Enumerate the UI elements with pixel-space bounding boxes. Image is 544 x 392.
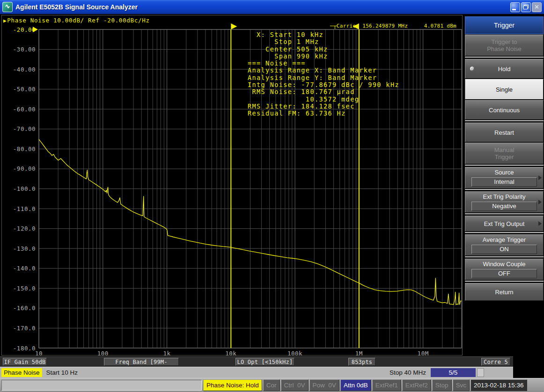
right-triangle-icon — [538, 175, 542, 180]
status-indicators: Phase Noise: HoldCorCtrl 0VPow 0VAttn 0d… — [203, 379, 528, 391]
x-axis-tick-label: 100 — [97, 350, 109, 356]
start-frequency-label: Start 10 Hz — [46, 369, 78, 376]
x-axis-tick-label: 10k — [225, 350, 236, 356]
y-axis-tick-label: -40.00 — [13, 66, 36, 73]
softkey-label: Manual — [494, 146, 515, 153]
setting-chip-lo-opt-150khz[interactable]: LO Opt [<150kHz] — [235, 358, 294, 366]
softkey-average-trigger[interactable]: Average TriggerON — [465, 234, 544, 256]
right-triangle-icon — [538, 200, 542, 204]
y-axis-tick-label: -150.0 — [13, 285, 36, 292]
page-indicator: 5/5 — [431, 368, 476, 377]
softkey-window-couple[interactable]: Window CoupleOFF — [465, 259, 544, 280]
y-axis-tick-label: -50.00 — [13, 86, 36, 93]
x-axis-tick-label: 1M — [355, 350, 363, 356]
band-marker-flag-icon — [353, 23, 359, 29]
softkey-ext-trig-polarity[interactable]: Ext Trig PolarityNegative — [465, 191, 544, 213]
setting-chip-freq-band-99m-1-5ghz[interactable]: Freq Band [99M-1.5GHz] — [104, 358, 179, 366]
y-axis-tick-label: -160.0 — [13, 305, 36, 312]
status-chip-pow-0v: Pow 0V — [309, 379, 339, 391]
page-spacer-box — [477, 368, 484, 377]
x-axis-tick-label: 10 — [35, 350, 43, 356]
y-axis-tick-label: -20.00 — [13, 26, 36, 33]
softkey-label: Average Trigger — [483, 236, 526, 243]
y-axis-tick-label: -30.00 — [13, 46, 36, 53]
softkey-label: Hold — [498, 65, 511, 73]
waveform-icon: ∿ — [5, 3, 10, 10]
softkey-label: Trigger to — [491, 38, 517, 45]
window-title: Agilent E5052B Signal Source Analyzer — [15, 3, 509, 11]
trace-status-bar: Phase Noise Start 10 Hz Stop 40 MHz 5/5 — [0, 367, 513, 378]
y-axis-tick-label: -130.0 — [13, 245, 36, 252]
softkey-separator — [465, 213, 544, 215]
y-axis-tick-label: -180.0 — [13, 345, 36, 352]
status-chip-attn-0db: Attn 0dB — [340, 379, 371, 391]
softkey-label: Ext Trig Output — [484, 220, 525, 227]
setting-chip-if-gain-50db[interactable]: IF Gain 50dB — [3, 358, 47, 366]
softkey-label: Window Couple — [483, 261, 525, 268]
status-chip-ctrl-0v: Ctrl 0V — [281, 379, 309, 391]
restore-icon — [523, 5, 529, 9]
setting-chip-853pts[interactable]: 853pts — [348, 358, 375, 366]
softkey-label: Continuous — [489, 107, 520, 114]
softkey-label: Return — [495, 289, 513, 296]
app-icon: ∿ — [2, 2, 13, 12]
softkey-label: Source — [494, 169, 514, 176]
instrument-status-bar: Phase Noise: HoldCorCtrl 0VPow 0VAttn 0d… — [0, 378, 544, 392]
softkey-separator — [465, 281, 544, 282]
softkey-list: Trigger toPhase NoiseHoldSingleContinuou… — [464, 35, 544, 301]
y-axis-tick-label: -90.00 — [13, 165, 36, 172]
close-icon: ✕ — [534, 4, 539, 10]
softkey-label: Restart — [494, 129, 514, 136]
softkey-label: Ext Trig Polarity — [483, 193, 525, 200]
y-axis-tick-label: -80.00 — [13, 145, 36, 152]
status-chip-stop: Stop — [432, 379, 452, 391]
y-axis-tick-label: -100.0 — [13, 185, 36, 192]
x-axis-tick-label: 1k — [163, 350, 171, 356]
status-chip-extref2: ExtRef2 — [402, 379, 431, 391]
softkey-restart[interactable]: Restart — [465, 123, 544, 142]
softkey-label: Single — [496, 86, 513, 93]
y-axis-tick-label: -140.0 — [13, 265, 36, 272]
softkey-separator — [465, 57, 544, 58]
message-panel — [1, 380, 202, 391]
softkey-value: ON — [471, 245, 537, 254]
minimize-button[interactable] — [510, 2, 520, 12]
active-trace-chip: Phase Noise — [1, 368, 42, 377]
softkey-label: Trigger — [495, 153, 514, 160]
window-controls: ✕ — [509, 2, 542, 12]
dot-icon — [470, 67, 474, 71]
softkey-manual-trigger: ManualTrigger — [465, 143, 544, 164]
title-bar: ∿ Agilent E5052B Signal Source Analyzer … — [0, 0, 544, 14]
softkey-menu-title: Trigger — [465, 16, 544, 34]
y-axis-tick-label: -170.0 — [13, 325, 36, 332]
x-axis-tick-label: 10M — [418, 350, 429, 356]
analysis-readout: X: Start 10 kHz Stop 1 MHz Center 505 kH… — [248, 31, 399, 117]
softkey-value: Negative — [471, 202, 537, 211]
y-axis-tick-label: -70.00 — [13, 125, 36, 132]
softkey-separator — [465, 189, 544, 190]
minimize-icon — [512, 9, 516, 10]
status-chip-cor: Cor — [263, 379, 280, 391]
softkey-separator — [465, 165, 544, 166]
setting-chip-corre-5[interactable]: Corre 5 — [481, 358, 510, 366]
softkey-label: Phase Noise — [487, 45, 522, 52]
restore-button[interactable] — [521, 2, 531, 12]
softkey-hold[interactable]: Hold — [465, 59, 544, 79]
softkey-source[interactable]: SourceInternal — [465, 167, 544, 189]
close-button: ✕ — [532, 2, 542, 12]
status-chip-extref1: ExtRef1 — [372, 379, 401, 391]
softkey-ext-trig-output[interactable]: Ext Trig Output — [465, 216, 544, 232]
softkey-value: OFF — [471, 269, 537, 278]
softkey-menu: Trigger Trigger toPhase NoiseHoldSingleC… — [464, 14, 544, 392]
softkey-separator — [465, 256, 544, 258]
measurement-settings-bar: IF Gain 50dBFreq Band [99M-1.5GHz]LO Opt… — [0, 356, 513, 367]
y-axis-tick-label: -60.00 — [13, 106, 36, 113]
softkey-return[interactable]: Return — [465, 283, 544, 301]
softkey-single[interactable]: Single — [465, 79, 544, 100]
right-triangle-icon — [538, 221, 542, 226]
stop-frequency-label: Stop 40 MHz — [390, 369, 426, 376]
softkey-continuous[interactable]: Continuous — [465, 100, 544, 120]
softkey-value: Internal — [471, 177, 537, 187]
status-chip-svc: Svc — [453, 379, 470, 391]
measurement-display: ▶Phase Noise 10.00dB/ Ref -20.00dBc/Hz ─… — [1, 15, 463, 356]
